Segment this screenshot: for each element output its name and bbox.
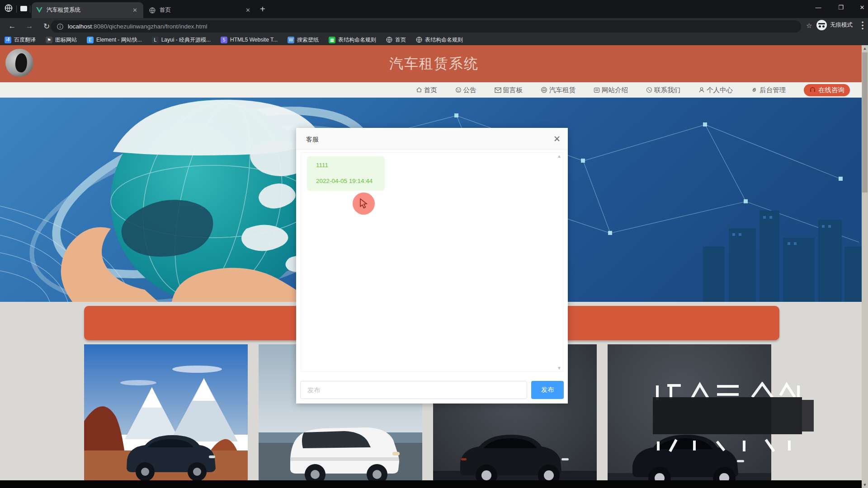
- window-minimize-button[interactable]: —: [811, 2, 825, 14]
- link-icon: [751, 87, 758, 93]
- bottom-black-bar: [0, 480, 868, 488]
- bookmark-element[interactable]: EElement - 网站快...: [87, 36, 142, 44]
- intro-list-icon: [594, 87, 600, 93]
- bookmark-favicon: 5: [221, 37, 227, 43]
- back-icon[interactable]: ←: [7, 22, 17, 31]
- tab-title: 首页: [160, 6, 244, 14]
- bookmark-naming-rules[interactable]: ▦表结构命名规则: [329, 36, 376, 44]
- reload-icon[interactable]: ↻: [42, 22, 52, 31]
- bookmark-favicon: ▦: [329, 37, 335, 43]
- bookmark-favicon: ⚑: [46, 37, 52, 43]
- cursor-arrow-icon: [359, 198, 369, 209]
- tab-separator: [16, 5, 17, 13]
- bookmark-favicon: W: [288, 37, 294, 43]
- globe-favicon: [149, 7, 156, 14]
- pinned-tab-icon[interactable]: [20, 6, 27, 11]
- customer-service-dialog: 客服 ✕ 1111 2022-04-05 19:14:44 ▲ ▼ 发布: [296, 128, 568, 404]
- bookmark-layui[interactable]: LLayui - 经典开源模...: [152, 36, 211, 44]
- nav-item-notice[interactable]: 公告: [455, 86, 476, 94]
- page-info-icon[interactable]: [57, 23, 63, 30]
- tab-strip: 汽车租赁系统 ✕ 首页 ✕ + — ❐ ✕: [0, 0, 868, 18]
- incognito-indicator: 无痕模式: [816, 20, 853, 30]
- person-icon: [698, 87, 705, 93]
- bookmark-favicon: 译: [5, 37, 11, 43]
- dialog-header: 客服 ✕: [296, 128, 568, 150]
- online-consult-button[interactable]: 在线咨询: [804, 84, 850, 96]
- nav-item-home[interactable]: 首页: [416, 86, 437, 94]
- tab-close-icon[interactable]: ✕: [131, 7, 139, 14]
- scroll-up-arrow-icon[interactable]: ▲: [862, 46, 868, 51]
- vue-logo-icon: [36, 7, 42, 13]
- url-path: :8080/qichezulinwangzhan/front/index.htm…: [92, 23, 207, 30]
- dialog-title: 客服: [306, 136, 319, 144]
- site-nav: 首页 公告 留言板 汽车租赁 网站介绍 联系我们 个人中心 后台管理 在线咨询: [0, 82, 868, 98]
- send-button[interactable]: 发布: [531, 381, 564, 399]
- envelope-icon: [495, 87, 501, 93]
- nav-item-car-rental[interactable]: 汽车租赁: [541, 86, 576, 94]
- car-icon: [541, 87, 547, 93]
- chat-message-text: 1111: [316, 162, 376, 169]
- notice-icon: [455, 87, 462, 93]
- chat-message-time: 2022-04-05 19:14:44: [316, 178, 376, 184]
- nav-item-contact-us[interactable]: 联系我们: [646, 86, 680, 94]
- nav-item-message-board[interactable]: 留言板: [495, 86, 523, 94]
- bookmark-baidu-translate[interactable]: 译百度翻译: [5, 36, 36, 44]
- home-icon: [416, 87, 422, 93]
- chat-message: 1111 2022-04-05 19:14:44: [307, 156, 385, 191]
- headset-icon: [809, 87, 816, 93]
- nav-item-site-intro[interactable]: 网站介绍: [594, 86, 628, 94]
- tab-separator: [30, 5, 30, 13]
- incognito-icon: [816, 20, 827, 30]
- window-restore-button[interactable]: ❐: [834, 2, 848, 14]
- bookmark-naming-rules-2[interactable]: 表结构命名规则: [416, 36, 463, 44]
- bookmarks-bar: 译百度翻译 ⚑图标网站 EElement - 网站快... LLayui - 经…: [0, 34, 868, 45]
- chat-scroll-up-icon[interactable]: ▲: [557, 154, 561, 159]
- site-header: 汽车租赁系统: [0, 45, 868, 82]
- site-title: 汽车租赁系统: [0, 54, 868, 73]
- tab-car-rental-system[interactable]: 汽车租赁系统 ✕: [32, 2, 143, 18]
- dialog-chat-area: 1111 2022-04-05 19:14:44 ▲ ▼: [301, 152, 563, 372]
- bookmark-wallpaper[interactable]: W搜索壁纸: [288, 36, 319, 44]
- url-host: localhost: [68, 23, 92, 30]
- tab-close-icon[interactable]: ✕: [244, 7, 252, 14]
- bookmark-icon-site[interactable]: ⚑图标网站: [46, 36, 77, 44]
- bookmark-favicon: E: [87, 37, 94, 43]
- forward-icon[interactable]: →: [24, 22, 34, 31]
- dialog-close-icon[interactable]: ✕: [553, 134, 561, 144]
- page-scrollbar-thumb[interactable]: [862, 52, 868, 192]
- globe-favicon: [386, 37, 392, 43]
- window-close-button[interactable]: ✕: [855, 2, 868, 14]
- new-tab-button[interactable]: +: [260, 5, 265, 14]
- nav-item-admin[interactable]: 后台管理: [751, 86, 786, 94]
- click-highlight-indicator: [353, 192, 375, 215]
- bookmark-html5[interactable]: 5HTML5 Website T...: [221, 37, 278, 43]
- browser-globe-icon: [5, 4, 13, 12]
- dialog-footer: 发布: [296, 377, 568, 404]
- incognito-label: 无痕模式: [830, 21, 853, 29]
- contact-icon: [646, 87, 652, 93]
- message-input[interactable]: [300, 381, 527, 399]
- chat-scroll-down-icon[interactable]: ▼: [557, 366, 561, 371]
- browser-menu-icon[interactable]: •••: [859, 21, 866, 30]
- bookmark-star-icon[interactable]: ☆: [806, 22, 812, 30]
- address-bar[interactable]: localhost:8080/qichezulinwangzhan/front/…: [51, 20, 801, 33]
- tab-home[interactable]: 首页 ✕: [145, 2, 256, 18]
- car-card-1[interactable]: [84, 344, 248, 488]
- censored-watermark: [649, 382, 817, 454]
- bookmark-favicon: L: [152, 37, 159, 43]
- tab-title: 汽车租赁系统: [47, 6, 131, 14]
- page-scrollbar[interactable]: ▲ ▼: [862, 45, 868, 488]
- globe-favicon: [416, 37, 422, 43]
- scroll-down-arrow-icon[interactable]: ▼: [862, 483, 868, 487]
- nav-item-personal-center[interactable]: 个人中心: [698, 86, 733, 94]
- bookmark-homepage[interactable]: 首页: [386, 36, 406, 44]
